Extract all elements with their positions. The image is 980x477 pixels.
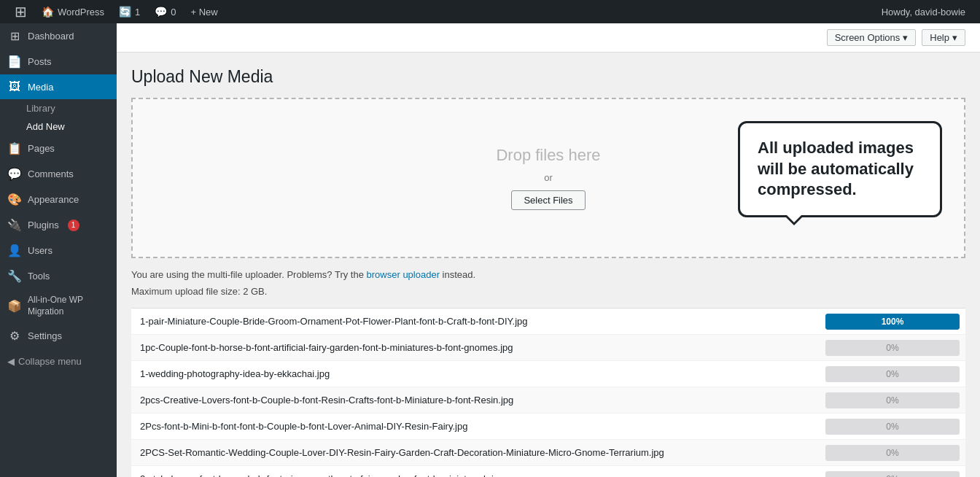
file-list: 1-pair-Miniature-Couple-Bride-Groom-Orna… [131,308,965,477]
wp-logo-icon: ⊞ [15,3,27,20]
file-name: 1pc-Couple-font-b-horse-b-font-artificia… [131,342,820,353]
comments-count: 0 [171,7,176,18]
site-icon: 🏠 [42,6,54,18]
file-progress: 0% [820,471,965,478]
file-progress: 100% [820,314,965,330]
sidebar-label-users: Users [28,245,52,256]
sidebar-item-tools[interactable]: 🔧 Tools [0,263,117,289]
upload-limit-text: Maximum upload file size: 2 GB. [131,286,965,297]
updates-count: 1 [135,7,140,18]
help-chevron-icon: ▾ [952,32,957,43]
progress-bar-wrap: 0% [825,419,960,435]
file-row: 1-wedding-photography-idea-by-ekkachai.j… [131,361,965,387]
or-text: or [544,172,553,183]
site-name-label: WordPress [58,7,104,18]
select-files-label: Select Files [524,195,572,206]
progress-bar-wrap: 0% [825,340,960,356]
progress-label: 0% [825,474,960,478]
tools-icon: 🔧 [7,269,22,283]
sidebar-item-comments[interactable]: 💬 Comments [0,161,117,187]
sidebar-item-settings[interactable]: ⚙ Settings [0,323,117,349]
sidebar-label-allinone: All-in-One WP Migration [28,295,109,317]
help-label: Help [930,32,949,43]
uploader-info: You are using the multi-file uploader. P… [131,269,965,280]
collapse-menu-item[interactable]: ◀ Collapse menu [0,349,117,374]
updates-icon: 🔄 [119,6,131,18]
file-row: 1pc-Couple-font-b-horse-b-font-artificia… [131,335,965,361]
file-row: 1-pair-Miniature-Couple-Bride-Groom-Orna… [131,309,965,335]
sidebar-label-plugins: Plugins [28,220,59,230]
plugins-badge: 1 [68,220,79,231]
select-files-button[interactable]: Select Files [511,190,585,210]
sidebar-item-appearance[interactable]: 🎨 Appearance [0,187,117,212]
file-name: 1-pair-Miniature-Couple-Bride-Groom-Orna… [131,316,820,327]
file-row: 2pcs-Creative-Lovers-font-b-Couple-b-fon… [131,387,965,414]
file-row: 2-style-lovers-font-b-couple-b-font-pigs… [131,466,965,477]
progress-label: 0% [825,369,960,379]
speech-bubble: All uploaded images will be automaticall… [738,121,942,217]
file-progress: 0% [820,419,965,435]
sidebar-label-pages: Pages [28,143,55,154]
progress-label: 0% [825,395,960,406]
sidebar-label-settings: Settings [28,330,62,341]
uploader-info-after: instead. [440,269,475,280]
sidebar-item-allinone[interactable]: 📦 All-in-One WP Migration [0,289,117,323]
screen-options-chevron-icon: ▾ [903,32,908,43]
allinone-icon: 📦 [7,299,22,313]
page-title: Upload New Media [131,67,965,87]
pages-icon: 📋 [7,141,22,155]
progress-label: 0% [825,422,960,432]
sidebar-label-posts: Posts [28,56,52,67]
media-icon: 🖼 [7,80,22,93]
sidebar-item-media[interactable]: 🖼 Media [0,74,117,99]
file-progress: 0% [820,340,965,356]
sidebar-label-appearance: Appearance [28,194,79,205]
sidebar-label-comments: Comments [28,168,74,179]
progress-bar-wrap: 100% [825,314,960,330]
users-icon: 👤 [7,244,22,257]
wp-logo-item[interactable]: ⊞ [7,0,34,23]
posts-icon: 📄 [7,55,22,69]
comments-icon: 💬 [155,6,167,18]
sidebar-subitem-library[interactable]: Library [0,99,117,117]
screen-options-button[interactable]: Screen Options ▾ [827,29,917,46]
browser-uploader-link[interactable]: browser uploader [367,269,440,280]
progress-label: 0% [825,448,960,458]
admin-bar: ⊞ 🏠 WordPress 🔄 1 💬 0 + New Howdy, david… [0,0,980,23]
help-button[interactable]: Help ▾ [922,29,965,46]
plugins-icon: 🔌 [7,218,22,232]
file-row: 2PCS-Set-Romantic-Wedding-Couple-Lover-D… [131,440,965,466]
file-name: 1-wedding-photography-idea-by-ekkachai.j… [131,368,820,379]
howdy-text: Howdy, david-bowie [874,7,973,18]
speech-bubble-text: All uploaded images will be automaticall… [758,139,914,198]
sidebar-label-dashboard: Dashboard [28,31,74,42]
comments-item[interactable]: 💬 0 [147,0,183,23]
updates-item[interactable]: 🔄 1 [112,0,147,23]
file-progress: 0% [820,445,965,461]
sidebar-item-dashboard[interactable]: ⊞ Dashboard [0,23,117,49]
progress-bar-wrap: 0% [825,366,960,382]
appearance-icon: 🎨 [7,193,22,206]
dashboard-icon: ⊞ [7,29,22,43]
admin-menu: ⊞ Dashboard 📄 Posts 🖼 Media Library Add … [0,23,117,477]
sidebar-item-posts[interactable]: 📄 Posts [0,49,117,74]
progress-label: 0% [825,343,960,353]
file-progress: 0% [820,366,965,382]
site-name-item[interactable]: 🏠 WordPress [34,0,112,23]
sidebar-label-tools: Tools [28,271,50,282]
new-content-item[interactable]: + New [184,0,225,23]
comments-menu-icon: 💬 [7,167,22,181]
sidebar-item-plugins[interactable]: 🔌 Plugins 1 [0,212,117,238]
content-header: Screen Options ▾ Help ▾ [117,23,980,53]
main-content: Screen Options ▾ Help ▾ Upload New Media… [117,23,980,477]
file-name: 2-style-lovers-font-b-couple-b-font-pigs… [131,473,820,477]
progress-label: 100% [825,317,960,327]
progress-bar-wrap: 0% [825,445,960,461]
progress-bar-wrap: 0% [825,392,960,408]
sidebar-item-pages[interactable]: 📋 Pages [0,136,117,161]
sidebar-subitem-add-new[interactable]: Add New [0,117,117,136]
screen-options-label: Screen Options [835,32,901,43]
sidebar-label-media: Media [28,82,53,93]
upload-drop-area[interactable]: Drop files here or Select Files All uplo… [131,98,965,258]
sidebar-item-users[interactable]: 👤 Users [0,238,117,263]
